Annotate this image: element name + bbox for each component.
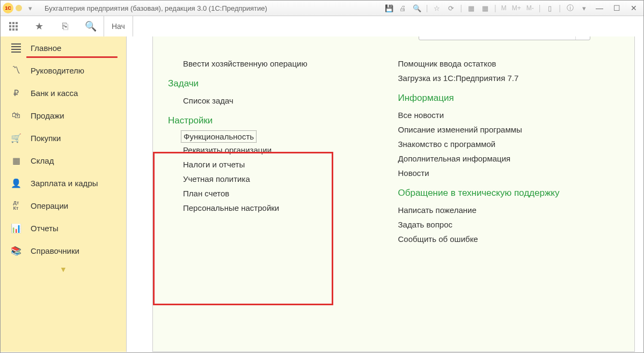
books-icon: 📚 [11, 246, 21, 255]
body: Главное 〽 Руководителю ₽ Банк и касса 🛍 … [1, 36, 643, 352]
item-link[interactable]: Список задач [168, 93, 390, 108]
sidebar-expand-icon[interactable]: ▼ [1, 262, 126, 274]
sidebar-item-manager[interactable]: 〽 Руководителю [1, 59, 126, 82]
history-icon[interactable]: ⟳ [445, 3, 457, 13]
dot-icon [16, 5, 22, 11]
minimize-button[interactable]: — [592, 3, 607, 13]
titlebar: 1С ▾ Бухгалтерия предприятия (базовая), … [1, 1, 643, 16]
close-button[interactable]: ✕ [626, 3, 641, 13]
sidebar-item-label: Зарплата и кадры [31, 179, 98, 188]
section-info[interactable]: Информация [398, 93, 620, 104]
mem-mplus-button[interactable]: M+ [510, 4, 523, 12]
sidebar: Главное 〽 Руководителю ₽ Банк и касса 🛍 … [1, 36, 127, 352]
preview-icon[interactable]: 🔍 [411, 3, 423, 13]
section-settings[interactable]: Настройки [168, 115, 390, 126]
save-icon[interactable]: 💾 [383, 3, 395, 13]
sidebar-item-main[interactable]: Главное [1, 36, 126, 59]
sidebar-item-operations[interactable]: ДтКт Операции [1, 194, 126, 217]
panel-icon[interactable]: ▯ [544, 3, 555, 13]
item-link[interactable]: Знакомство с программой [398, 137, 620, 151]
sidebar-item-label: Главное [31, 43, 61, 53]
search-clear-button[interactable]: × [575, 36, 590, 40]
calc-icon[interactable]: ▦ [465, 3, 477, 13]
item-link[interactable]: Дополнительная информация [398, 151, 620, 166]
sidebar-item-label: Операции [31, 201, 68, 210]
sidebar-item-salary[interactable]: 👤 Зарплата и кадры [1, 172, 126, 194]
item-link[interactable]: Сообщить об ошибке [398, 232, 620, 246]
bag-icon: 🛍 [11, 111, 21, 120]
panel-header: × ⚙ ✕ [153, 36, 634, 56]
tab-label: Нач [112, 22, 125, 31]
functions-panel: × ⚙ ✕ Ввести хозяйственную операцию Зада… [152, 36, 635, 352]
app-logo-icon: 1С [3, 3, 13, 13]
sidebar-item-label: Справочники [31, 246, 79, 255]
print-icon[interactable]: 🖨 [397, 3, 409, 13]
dropdown-icon[interactable]: ▾ [24, 3, 36, 13]
calendar-icon[interactable]: ▦ [479, 3, 491, 13]
sidebar-item-label: Склад [31, 156, 54, 165]
favorites-button[interactable]: ★ [26, 16, 52, 36]
app-window: 1С ▾ Бухгалтерия предприятия (базовая), … [0, 0, 644, 353]
item-link[interactable]: Загрузка из 1С:Предприятия 7.7 [398, 71, 620, 85]
sidebar-item-bank[interactable]: ₽ Банк и касса [1, 82, 126, 104]
item-link[interactable]: Новости [398, 166, 620, 180]
toolbar: ★ ⎘ 🔍 Нач [1, 16, 643, 36]
sidebar-item-label: Покупки [31, 134, 61, 143]
bars-icon: 📊 [11, 223, 21, 233]
mem-m-button[interactable]: M [500, 4, 508, 12]
active-underline [26, 56, 118, 58]
content-area: × ⚙ ✕ Ввести хозяйственную операцию Зада… [127, 36, 643, 352]
item-link[interactable]: Персональные настройки [168, 201, 390, 215]
item-link[interactable]: План счетов [168, 186, 390, 201]
window-title: Бухгалтерия предприятия (базовая), редак… [45, 4, 267, 12]
panel-body: Ввести хозяйственную операцию Задачи Спи… [153, 56, 634, 351]
item-link[interactable]: Написать пожелание [398, 203, 620, 217]
sidebar-item-refs[interactable]: 📚 Справочники [1, 239, 126, 262]
sidebar-item-label: Банк и касса [31, 89, 78, 98]
star-icon[interactable]: ☆ [431, 3, 443, 13]
item-link[interactable]: Ввести хозяйственную операцию [168, 56, 390, 71]
sidebar-item-label: Отчеты [31, 224, 58, 233]
search-box: × [419, 36, 590, 40]
search-button[interactable]: 🔍 [78, 16, 104, 36]
ruble-icon: ₽ [11, 88, 21, 98]
gear-icon[interactable]: ⚙ [595, 36, 611, 37]
sidebar-item-purchases[interactable]: 🛒 Покупки [1, 127, 126, 149]
menu-icon [11, 43, 21, 53]
sidebar-item-reports[interactable]: 📊 Отчеты [1, 217, 126, 239]
item-link[interactable]: Учетная политика [168, 172, 390, 186]
info-icon[interactable]: ⓘ [564, 3, 576, 13]
toolbar-left: ★ ⎘ 🔍 [1, 16, 104, 36]
item-link[interactable]: Описание изменений программы [398, 122, 620, 137]
sidebar-item-label: Руководителю [31, 66, 84, 75]
dtkt-icon: ДтКт [11, 201, 21, 210]
item-link[interactable]: Помощник ввода остатков [398, 56, 620, 71]
mem-mminus-button[interactable]: M- [525, 4, 536, 12]
item-link[interactable]: Налоги и отчеты [168, 157, 390, 172]
item-link[interactable]: Задать вопрос [398, 217, 620, 232]
boxes-icon: ▦ [11, 156, 21, 165]
left-column: Ввести хозяйственную операцию Задачи Спи… [164, 56, 394, 351]
sidebar-item-warehouse[interactable]: ▦ Склад [1, 149, 126, 172]
right-column: Помощник ввода остатков Загрузка из 1С:П… [394, 56, 624, 351]
person-icon: 👤 [11, 178, 21, 188]
logo-text: 1С [5, 5, 11, 11]
section-tasks[interactable]: Задачи [168, 78, 390, 89]
section-support[interactable]: Обращение в техническую поддержку [398, 188, 620, 198]
item-link[interactable]: Все новости [398, 108, 620, 122]
sidebar-item-label: Продажи [31, 111, 64, 120]
item-functionality[interactable]: Функциональность [181, 130, 257, 143]
info-dropdown-icon[interactable]: ▾ [578, 3, 590, 13]
item-link[interactable]: Реквизиты организации [168, 143, 390, 157]
apps-grid-button[interactable] [1, 16, 26, 36]
clipboard-button[interactable]: ⎘ [52, 16, 78, 36]
sidebar-item-sales[interactable]: 🛍 Продажи [1, 104, 126, 127]
maximize-button[interactable]: ☐ [609, 3, 624, 13]
chart-icon: 〽 [11, 65, 21, 75]
tab-start[interactable]: Нач [104, 16, 133, 36]
cart-icon: 🛒 [11, 133, 21, 143]
